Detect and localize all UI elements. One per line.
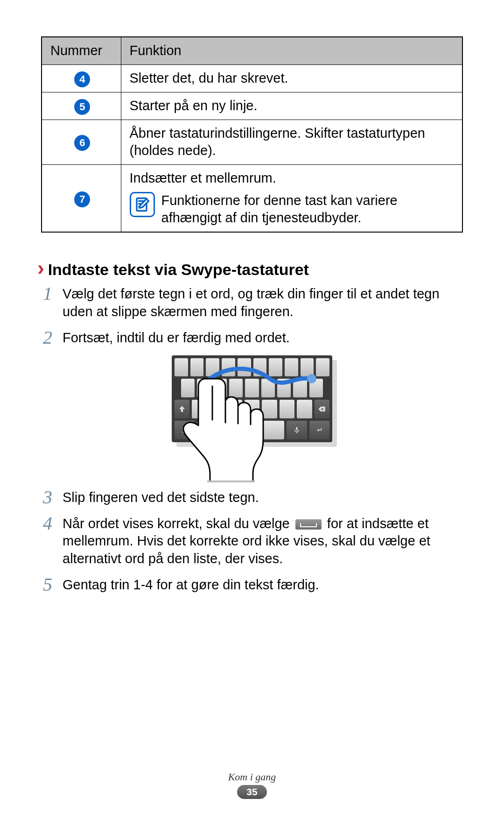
- step-1: 1 Vælg det første tegn i et ord, og træk…: [41, 285, 463, 320]
- step-text: Når ordet vises korrekt, skal du vælge f…: [63, 515, 463, 568]
- step-5: 5 Gentag trin 1-4 for at gøre din tekst …: [41, 576, 463, 594]
- note-icon: [130, 192, 155, 217]
- section-title: Indtaste tekst via Swype-tastaturet: [48, 261, 309, 279]
- section-heading: › Indtaste tekst via Swype-tastaturet: [37, 258, 463, 279]
- note-text: Funktionerne for denne tast kan variere …: [161, 192, 453, 227]
- callout-number-4: 4: [74, 71, 90, 87]
- table-row: 5 Starter på en ny linje.: [42, 92, 462, 120]
- mic-key-icon: [287, 421, 307, 439]
- step-text: Slip fingeren ved det sidste tegn.: [63, 489, 463, 507]
- table-row: 6 Åbner tastaturindstillingerne. Skifter…: [42, 120, 462, 164]
- swype-illustration: [41, 355, 463, 476]
- chevron-icon: ›: [37, 258, 44, 278]
- function-table: Nummer Funktion 4 Sletter det, du har sk…: [41, 36, 463, 233]
- hand-pointer-icon: [183, 376, 265, 482]
- step-3: 3 Slip fingeren ved det sidste tegn.: [41, 489, 463, 507]
- step-4: 4 Når ordet vises korrekt, skal du vælge…: [41, 515, 463, 568]
- callout-number-6: 6: [74, 135, 90, 151]
- callout-number-7: 7: [74, 191, 90, 207]
- function-text: Indsætter et mellemrum.: [130, 170, 453, 187]
- step-number: 3: [41, 488, 54, 507]
- table-row: 7 Indsætter et mellemrum. Funktionerne f…: [42, 165, 462, 233]
- footer-section-title: Kom i gang: [0, 771, 504, 783]
- backspace-key-icon: [315, 400, 329, 418]
- step-number: 5: [41, 575, 54, 594]
- table-row: 4 Sletter det, du har skrevet.: [42, 64, 462, 92]
- header-number: Nummer: [42, 37, 121, 64]
- step-2: 2 Fortsæt, indtil du er færdig med ordet…: [41, 329, 463, 347]
- step-text: Fortsæt, indtil du er færdig med ordet.: [63, 329, 463, 347]
- step-text: Vælg det første tegn i et ord, og træk d…: [63, 285, 463, 320]
- enter-key-icon: [309, 421, 329, 439]
- step-number: 2: [41, 328, 54, 347]
- space-key-inline-icon: [295, 519, 322, 530]
- callout-number-5: 5: [74, 99, 90, 115]
- table-header-row: Nummer Funktion: [42, 37, 462, 64]
- step-number: 1: [41, 284, 54, 303]
- function-text: Åbner tastaturindstillingerne. Skifter t…: [121, 120, 462, 164]
- page-number-badge: 35: [237, 785, 266, 799]
- step-text: Gentag trin 1-4 for at gøre din tekst fæ…: [63, 576, 463, 594]
- note-row: Funktionerne for denne tast kan variere …: [130, 192, 453, 227]
- steps-list: 1 Vælg det første tegn i et ord, og træk…: [41, 285, 463, 594]
- header-function: Funktion: [121, 37, 462, 64]
- function-text: Sletter det, du har skrevet.: [121, 64, 462, 92]
- manual-page: Nummer Funktion 4 Sletter det, du har sk…: [0, 0, 504, 827]
- function-text: Starter på en ny linje.: [121, 92, 462, 120]
- step-4-pre: Når ordet vises korrekt, skal du vælge: [63, 516, 294, 531]
- step-number: 4: [41, 514, 54, 533]
- page-footer: Kom i gang 35: [0, 771, 504, 799]
- svg-rect-2: [296, 427, 297, 431]
